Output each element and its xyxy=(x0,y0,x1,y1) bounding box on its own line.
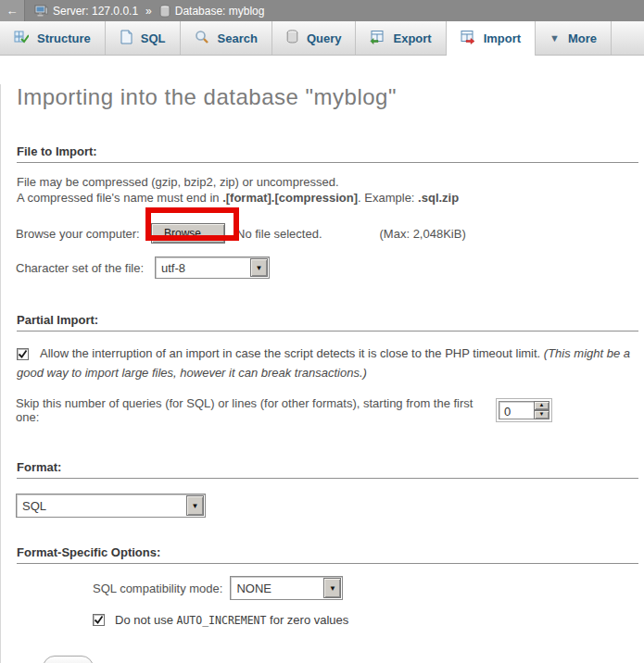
auto-increment-label: Do not use AUTO_INCREMENT for zero value… xyxy=(115,613,348,627)
sql-compatibility-select[interactable]: NONE ▼ xyxy=(230,576,343,600)
tabbar-filler xyxy=(612,21,644,55)
auto-increment-prefix: Do not use xyxy=(115,613,177,627)
tab-more[interactable]: ▼ More xyxy=(536,21,612,55)
file-compression-info: File may be compressed (gzip, bzip2, zip… xyxy=(17,174,638,206)
export-icon xyxy=(370,30,385,47)
charset-select[interactable]: utf-8 ▼ xyxy=(155,256,270,279)
tab-label: Export xyxy=(393,31,431,45)
breadcrumb-database-label[interactable]: Database: myblog xyxy=(175,5,265,18)
allow-interruption-text: Allow the interruption of an import in c… xyxy=(40,346,544,360)
spin-up-icon[interactable]: ▲ xyxy=(534,401,549,410)
sql-compatibility-label: SQL compatibility mode: xyxy=(93,582,222,595)
section-heading-format-options: Format-Specific Options: xyxy=(17,545,638,564)
chevron-down-icon: ▼ xyxy=(549,32,560,44)
dropdown-arrow-icon[interactable]: ▼ xyxy=(250,258,268,277)
sql-compatibility-value: NONE xyxy=(231,577,322,599)
tab-search[interactable]: Search xyxy=(181,21,272,55)
breadcrumb-separator: » xyxy=(145,5,152,18)
server-breadcrumb-bar: ← Server: 127.0.0.1 » Database: myblog xyxy=(0,0,644,21)
tab-sql[interactable]: SQL xyxy=(106,21,181,55)
auto-increment-code: AUTO_INCREMENT xyxy=(177,614,267,627)
tab-label: Structure xyxy=(37,31,91,45)
tab-structure[interactable]: Structure xyxy=(0,21,106,55)
compression-example: .sql.zip xyxy=(418,191,459,205)
tab-label: Query xyxy=(307,31,342,45)
tab-bar: Structure SQL Search Query Export Import… xyxy=(0,21,644,56)
max-upload-size: (Max: 2,048KiB) xyxy=(380,227,466,241)
compression-format-pattern: .[format].[compression] xyxy=(222,191,358,205)
spin-down-icon[interactable]: ▼ xyxy=(534,410,549,419)
tab-export[interactable]: Export xyxy=(356,21,446,55)
browse-computer-label: Browse your computer: xyxy=(16,227,151,241)
tab-label: More xyxy=(568,31,597,45)
tab-label: SQL xyxy=(141,31,166,45)
section-heading-partial-import: Partial Import: xyxy=(17,313,638,332)
checkmark-icon xyxy=(18,349,28,359)
browse-button[interactable]: Browse… xyxy=(151,223,225,244)
tab-label: Search xyxy=(218,31,258,45)
dropdown-arrow-icon[interactable]: ▼ xyxy=(186,495,204,516)
sql-compatibility-row: SQL compatibility mode: NONE ▼ xyxy=(93,576,644,600)
allow-interruption-row: Allow the interruption of an import in c… xyxy=(17,344,631,382)
structure-icon xyxy=(14,30,29,47)
database-icon xyxy=(159,5,170,18)
compression-line2-prefix: A compressed file's name must end in xyxy=(17,191,222,205)
no-file-selected-text: No file selected. xyxy=(236,227,322,241)
skip-queries-row: Skip this number of queries (for SQL) or… xyxy=(16,396,644,424)
page-title: Importing into the database "myblog" xyxy=(17,84,644,110)
charset-row: Character set of the file: utf-8 ▼ xyxy=(16,256,644,279)
auto-increment-checkbox[interactable] xyxy=(93,614,105,626)
back-arrow-button[interactable]: ← xyxy=(0,0,25,21)
format-select[interactable]: SQL ▼ xyxy=(16,494,206,518)
auto-increment-row: Do not use AUTO_INCREMENT for zero value… xyxy=(93,613,644,627)
compression-line2-mid: . Example: xyxy=(358,191,418,205)
tab-label: Import xyxy=(484,31,521,45)
checkmark-icon xyxy=(94,615,104,625)
tab-import[interactable]: Import xyxy=(447,21,536,56)
dropdown-arrow-icon[interactable]: ▼ xyxy=(323,578,341,598)
sql-icon xyxy=(120,30,133,47)
section-heading-file-to-import: File to Import: xyxy=(17,144,638,163)
section-heading-format: Format: xyxy=(17,460,638,479)
charset-selected-value: utf-8 xyxy=(156,257,249,278)
auto-increment-suffix: for zero values xyxy=(266,613,348,627)
browse-file-row: Browse your computer: Browse… No file se… xyxy=(16,221,644,245)
skip-queries-value[interactable]: 0 xyxy=(499,401,534,419)
breadcrumb-server-label[interactable]: Server: 127.0.0.1 xyxy=(53,5,138,18)
format-selected-value: SQL xyxy=(17,494,185,517)
allow-interruption-checkbox[interactable] xyxy=(17,348,29,360)
charset-label: Character set of the file: xyxy=(16,261,155,275)
skip-queries-label: Skip this number of queries (for SQL) or… xyxy=(16,396,496,424)
import-page: Importing into the database "myblog" Fil… xyxy=(0,84,644,663)
compression-line1: File may be compressed (gzip, bzip2, zip… xyxy=(17,175,339,189)
go-button[interactable]: Go xyxy=(43,656,94,663)
import-icon xyxy=(461,30,475,47)
search-icon xyxy=(195,30,209,47)
skip-queries-stepper[interactable]: 0 ▲ ▼ xyxy=(496,398,552,422)
query-icon xyxy=(286,30,298,46)
server-icon xyxy=(34,5,48,18)
tab-query[interactable]: Query xyxy=(272,21,357,55)
